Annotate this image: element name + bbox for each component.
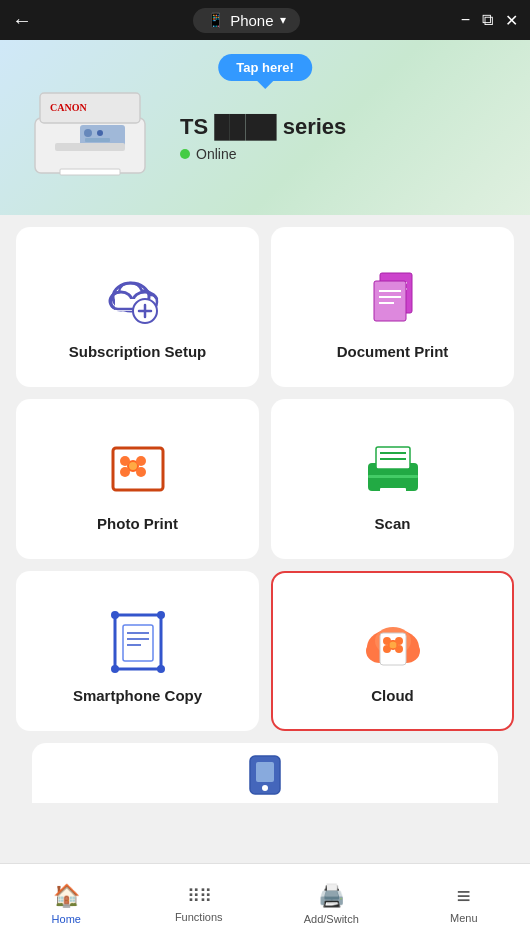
tap-bubble[interactable]: Tap here!: [218, 54, 312, 81]
device-selector[interactable]: 📱 Phone ▾: [193, 8, 299, 33]
svg-point-41: [157, 665, 165, 673]
nav-menu-label: Menu: [450, 912, 478, 924]
subscription-setup-icon: [103, 261, 173, 331]
svg-point-6: [84, 129, 92, 137]
functions-icon: ⠿⠿: [187, 885, 211, 907]
smartphone-copy-item[interactable]: Smartphone Copy: [16, 571, 259, 731]
hero-section: Tap here! CANON TS ████ series Online: [0, 40, 530, 215]
svg-rect-8: [85, 138, 110, 142]
svg-point-38: [111, 611, 119, 619]
nav-home[interactable]: 🏠 Home: [0, 875, 133, 925]
add-switch-icon: 🖨️: [318, 883, 345, 909]
svg-rect-36: [368, 475, 418, 478]
status-text: Online: [196, 146, 236, 162]
menu-icon: ≡: [457, 884, 471, 908]
svg-point-30: [129, 462, 137, 470]
scan-item[interactable]: Scan: [271, 399, 514, 559]
svg-point-29: [136, 467, 146, 477]
subscription-setup-label: Subscription Setup: [69, 343, 207, 360]
partial-card-container: [0, 743, 530, 803]
svg-point-39: [157, 611, 165, 619]
svg-point-7: [97, 130, 103, 136]
window-controls: − ⧉ ✕: [461, 11, 518, 30]
bottom-nav: 🏠 Home ⠿⠿ Functions 🖨️ Add/Switch ≡ Menu: [0, 863, 530, 935]
home-icon: 🏠: [53, 883, 80, 909]
smartphone-copy-icon: [103, 605, 173, 675]
svg-rect-3: [55, 143, 125, 151]
status-indicator: [180, 149, 190, 159]
document-print-icon: [358, 261, 428, 331]
restore-button[interactable]: ⧉: [482, 11, 493, 29]
svg-rect-20: [374, 281, 406, 321]
svg-point-28: [120, 467, 130, 477]
svg-rect-59: [256, 762, 274, 782]
svg-rect-42: [123, 625, 153, 661]
device-title: Phone: [230, 12, 273, 29]
svg-point-40: [111, 665, 119, 673]
phone-icon: 📱: [207, 12, 224, 28]
printer-info: TS ████ series Online: [180, 114, 346, 162]
chevron-down-icon: ▾: [280, 13, 286, 27]
minimize-button[interactable]: −: [461, 11, 470, 29]
printer-image: CANON: [20, 73, 160, 183]
subscription-setup-item[interactable]: Subscription Setup: [16, 227, 259, 387]
document-print-item[interactable]: Document Print: [271, 227, 514, 387]
photo-print-label: Photo Print: [97, 515, 178, 532]
close-button[interactable]: ✕: [505, 11, 518, 30]
cloud-item[interactable]: Cloud: [271, 571, 514, 731]
document-print-label: Document Print: [337, 343, 449, 360]
functions-grid: Subscription Setup Document Print: [0, 215, 530, 743]
svg-point-56: [389, 641, 396, 648]
photo-print-item[interactable]: Photo Print: [16, 399, 259, 559]
nav-add-switch[interactable]: 🖨️ Add/Switch: [265, 875, 398, 925]
svg-rect-4: [60, 169, 120, 175]
svg-rect-35: [380, 488, 406, 496]
cloud-label: Cloud: [371, 687, 414, 704]
photo-print-icon: [103, 433, 173, 503]
back-button[interactable]: ←: [12, 9, 32, 32]
scan-icon: [358, 433, 428, 503]
nav-functions-label: Functions: [175, 911, 223, 923]
svg-text:CANON: CANON: [50, 102, 87, 113]
svg-point-58: [262, 785, 268, 791]
nav-menu[interactable]: ≡ Menu: [398, 876, 531, 924]
scan-label: Scan: [375, 515, 411, 532]
functions-grid-area: Subscription Setup Document Print: [0, 215, 530, 863]
nav-functions[interactable]: ⠿⠿ Functions: [133, 877, 266, 923]
title-bar: ← 📱 Phone ▾ − ⧉ ✕: [0, 0, 530, 40]
nav-add-switch-label: Add/Switch: [304, 913, 359, 925]
printer-model: TS ████ series: [180, 114, 346, 140]
printer-status: Online: [180, 146, 346, 162]
cloud-icon: [358, 605, 428, 675]
nav-home-label: Home: [52, 913, 81, 925]
svg-point-26: [120, 456, 130, 466]
smartphone-copy-label: Smartphone Copy: [73, 687, 202, 704]
partial-card[interactable]: [32, 743, 498, 803]
svg-point-27: [136, 456, 146, 466]
